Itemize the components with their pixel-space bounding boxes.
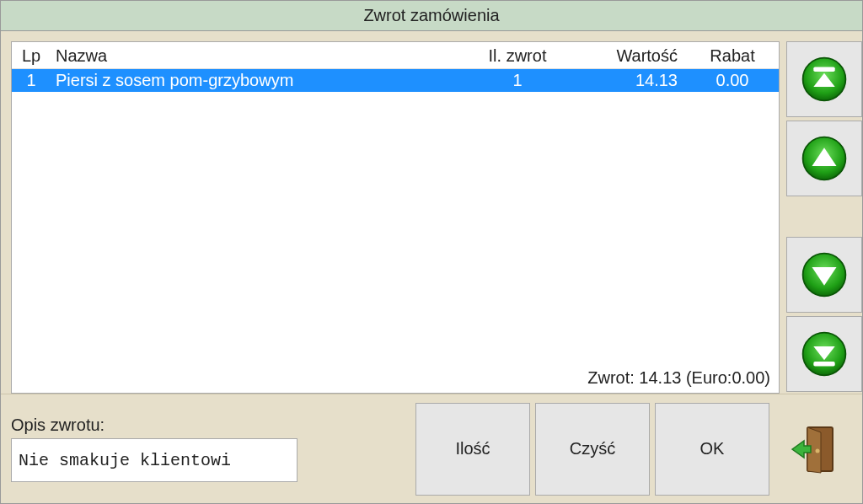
action-buttons: Ilość Czyść OK (415, 403, 769, 496)
scroll-top-icon (800, 55, 849, 104)
table-header: Lp Nazwa Il. zwrot Wartość Rabat (12, 42, 779, 69)
return-order-window: Zwrot zamówienia Lp Nazwa Il. zwrot Wart… (0, 0, 863, 504)
scroll-down-button[interactable] (786, 237, 862, 313)
exit-button[interactable] (776, 403, 852, 496)
scroll-up-button[interactable] (786, 121, 862, 196)
bottom-bar: Opis zwrotu: Ilość Czyść OK (1, 394, 862, 503)
svg-point-12 (816, 448, 820, 453)
exit-door-icon (789, 422, 839, 476)
description-label: Opis zwrotu: (11, 416, 373, 435)
exit-area (776, 403, 852, 496)
quantity-button[interactable]: Ilość (415, 403, 530, 496)
header-rebate: Rabat (686, 46, 779, 66)
content-area: Lp Nazwa Il. zwrot Wartość Rabat 1 Piers… (1, 31, 862, 394)
window-title: Zwrot zamówienia (1, 1, 862, 31)
scroll-top-button[interactable] (786, 41, 862, 117)
table-body: 1 Piersi z sosem pom-grzybowym 1 14.13 0… (12, 69, 779, 363)
svg-rect-9 (813, 362, 834, 366)
cell-lp: 1 (12, 71, 51, 90)
cell-name: Piersi z sosem pom-grzybowym (51, 71, 467, 90)
header-name: Nazwa (51, 46, 467, 66)
cell-rebate: 0.00 (686, 71, 779, 90)
header-qty: Il. zwrot (467, 46, 568, 66)
description-area: Opis zwrotu: (11, 416, 373, 482)
scroll-up-icon (800, 134, 849, 183)
table-row[interactable]: 1 Piersi z sosem pom-grzybowym 1 14.13 0… (12, 69, 779, 92)
scroll-down-icon (800, 250, 849, 299)
ok-button[interactable]: OK (655, 403, 769, 496)
svg-rect-1 (813, 67, 834, 72)
items-table: Lp Nazwa Il. zwrot Wartość Rabat 1 Piers… (11, 41, 780, 394)
cell-qty: 1 (467, 71, 568, 90)
header-lp: Lp (12, 46, 51, 66)
scroll-bottom-button[interactable] (786, 316, 862, 392)
cell-value: 14.13 (568, 71, 686, 90)
clear-button[interactable]: Czyść (535, 403, 650, 496)
scroll-bottom-icon (800, 330, 849, 378)
return-summary: Zwrot: 14.13 (Euro:0.00) (12, 363, 779, 393)
scroll-buttons (786, 41, 862, 394)
header-value: Wartość (568, 46, 686, 66)
description-input[interactable] (11, 438, 297, 482)
